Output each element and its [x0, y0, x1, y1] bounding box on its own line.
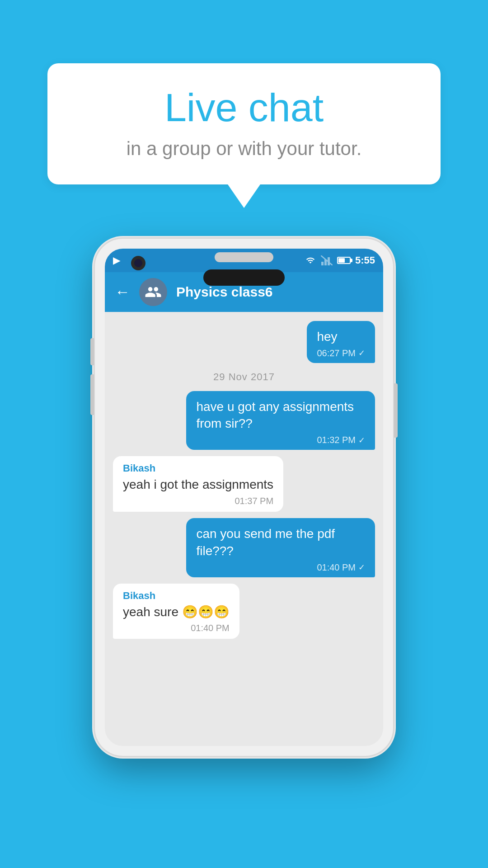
status-time: 5:55 [355, 255, 375, 266]
speech-bubble-container: Live chat in a group or with your tutor. [47, 63, 441, 184]
message-row: Bikash yeah i got the assignments 01:37 … [113, 456, 375, 512]
message-meta: 01:37 PM [123, 496, 273, 506]
message-time: 01:40 PM [191, 623, 230, 633]
group-avatar [139, 278, 167, 306]
phone-mockup: ▶ [95, 239, 393, 756]
message-meta: 06:27 PM ✓ [317, 348, 365, 359]
message-meta: 01:40 PM ✓ [196, 562, 365, 573]
wifi-icon [305, 256, 316, 265]
message-row: hey 06:27 PM ✓ [113, 321, 375, 363]
group-icon [145, 283, 162, 301]
message-time: 01:40 PM [317, 562, 356, 573]
sender-name: Bikash [123, 590, 230, 602]
message-text: hey [317, 328, 365, 345]
sender-name: Bikash [123, 462, 273, 474]
chat-area[interactable]: hey 06:27 PM ✓ 29 Nov 2017 have u got an… [105, 312, 383, 746]
message-row: Bikash yeah sure 😁😁😁 01:40 PM [113, 584, 375, 639]
sent-bubble: hey 06:27 PM ✓ [307, 321, 375, 363]
message-time: 01:32 PM [317, 435, 356, 445]
date-divider: 29 Nov 2017 [113, 371, 375, 383]
battery-icon [337, 257, 351, 264]
phone-body: ▶ [95, 239, 393, 756]
message-row: have u got any assignments from sir?? 01… [113, 391, 375, 450]
received-bubble: Bikash yeah sure 😁😁😁 01:40 PM [113, 584, 239, 639]
received-bubble: Bikash yeah i got the assignments 01:37 … [113, 456, 283, 512]
live-chat-title: Live chat [79, 86, 409, 130]
svg-rect-0 [321, 262, 324, 265]
message-time: 06:27 PM [317, 348, 356, 359]
side-button-volume-down [90, 374, 94, 415]
notification-icon: ▶ [113, 255, 120, 266]
message-text: have u got any assignments from sir?? [196, 398, 365, 433]
read-receipt: ✓ [358, 435, 365, 445]
signal-icon [321, 255, 333, 265]
read-receipt: ✓ [358, 562, 365, 572]
battery-fill [338, 258, 345, 263]
phone-screen: ▶ [105, 249, 383, 746]
message-text: yeah sure 😁😁😁 [123, 604, 230, 621]
side-button-volume-up [90, 338, 94, 365]
sent-bubble: have u got any assignments from sir?? 01… [186, 391, 375, 450]
message-time: 01:37 PM [235, 496, 273, 506]
message-meta: 01:32 PM ✓ [196, 435, 365, 445]
message-text: yeah i got the assignments [123, 476, 273, 493]
message-meta: 01:40 PM [123, 623, 230, 633]
read-receipt: ✓ [358, 348, 365, 358]
sent-bubble: can you send me the pdf file??? 01:40 PM… [186, 518, 375, 577]
side-button-power [394, 383, 398, 438]
message-row: can you send me the pdf file??? 01:40 PM… [113, 518, 375, 577]
back-button[interactable]: ← [115, 283, 130, 301]
chat-name: Physics class6 [176, 284, 373, 300]
phone-camera [131, 256, 145, 270]
message-text: can you send me the pdf file??? [196, 525, 365, 560]
phone-earpiece [203, 269, 285, 286]
phone-speaker [215, 252, 273, 262]
status-right-icons: 5:55 [305, 255, 375, 266]
status-left-icons: ▶ [113, 255, 120, 266]
live-chat-subtitle: in a group or with your tutor. [79, 138, 409, 160]
